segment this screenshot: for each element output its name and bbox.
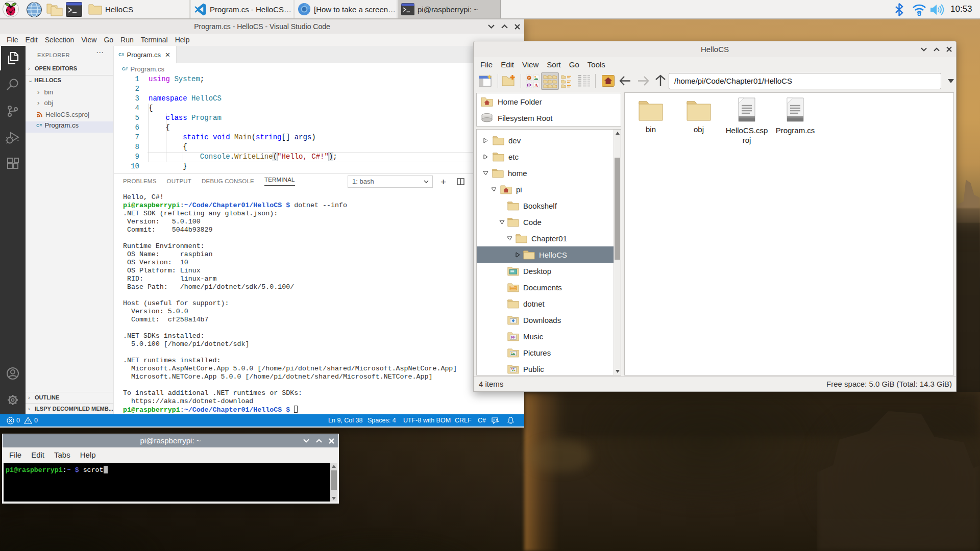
svg-text:A: A	[534, 83, 538, 88]
